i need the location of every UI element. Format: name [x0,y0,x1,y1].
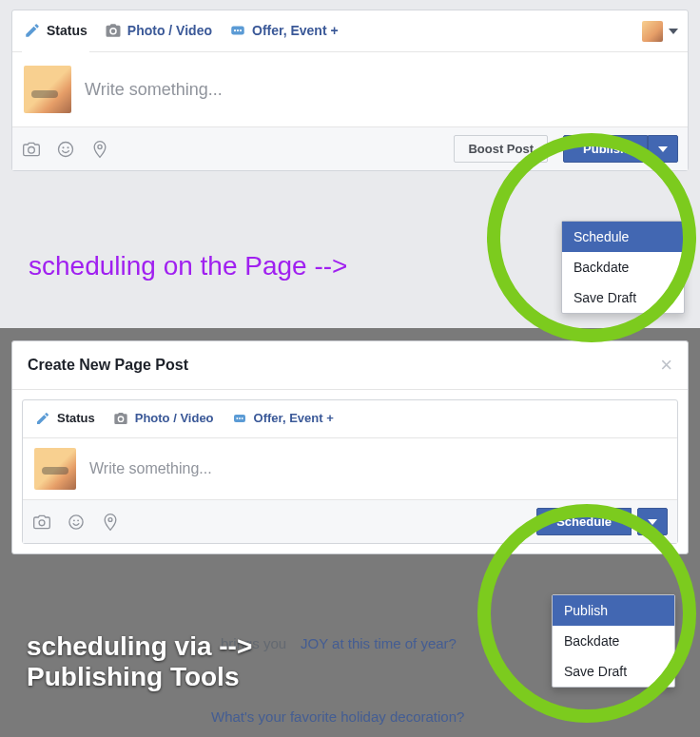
create-post-modal: Create New Page Post × Status Photo / Vi… [11,340,689,554]
annotation-scheduling-via-tools: scheduling via --> Publishing Tools [27,631,252,692]
camera-icon [112,410,129,427]
location-icon[interactable] [101,513,120,532]
tab-offer-label: Offer, Event + [252,23,339,38]
dropdown-item-save-draft[interactable]: Save Draft [562,282,684,313]
svg-point-3 [240,29,242,30]
modal-compose-placeholder: Write something... [89,460,212,477]
schedule-dropdown: Publish Backdate Save Draft [552,594,675,688]
chevron-down-icon [648,519,657,525]
modal-title: Create New Page Post [28,357,188,374]
dropdown-item-save-draft[interactable]: Save Draft [553,656,674,687]
tab-status[interactable]: Status [22,10,89,52]
more-icon [229,22,246,39]
background-text: What's your favorite holiday decoration? [211,708,464,725]
annotation-scheduling-on-page: scheduling on the Page --> [29,251,347,281]
modal-tab-offer-label: Offer, Event + [254,411,334,425]
publish-split-button: Publish [563,135,678,163]
chevron-down-icon [669,29,678,34]
modal-header: Create New Page Post × [12,341,688,390]
svg-point-11 [239,417,241,419]
feeling-icon[interactable] [56,140,75,159]
svg-point-1 [234,29,236,30]
composer-footer: Boost Post Publish [12,126,688,170]
modal-tab-offer[interactable]: Offer, Event + [229,398,336,440]
annotation-line1: scheduling via --> [27,631,252,661]
modal-tab-status-label: Status [57,411,95,425]
create-post-modal-wrap: Create New Page Post × Status Photo / Vi… [11,340,689,554]
publish-dropdown: Schedule Backdate Save Draft [561,221,685,314]
svg-point-10 [236,417,238,419]
photo-icon[interactable] [22,140,41,159]
dropdown-item-schedule[interactable]: Schedule [562,222,684,252]
boost-post-button[interactable]: Boost Post [454,135,548,163]
compose-placeholder: Write something... [85,80,223,100]
camera-icon [105,22,122,39]
svg-point-5 [59,142,73,156]
tab-status-label: Status [47,23,88,38]
tab-photo-label: Photo / Video [127,23,212,38]
dropdown-item-publish[interactable]: Publish [553,595,674,626]
more-icon [231,410,248,427]
modal-composer-tabs: Status Photo / Video Offer, Event + [23,400,677,438]
modal-tab-photo-label: Photo / Video [135,411,214,425]
tab-offer[interactable]: Offer, Event + [227,10,340,52]
feeling-icon[interactable] [67,513,86,532]
modal-composer-panel: Status Photo / Video Offer, Event + [22,399,678,544]
svg-point-13 [39,519,45,525]
svg-point-14 [69,514,83,528]
composer-tabs: Status Photo / Video Offer, Event + [12,10,688,52]
avatar-icon [642,21,663,42]
svg-point-7 [68,146,69,148]
schedule-caret-button[interactable] [637,508,668,535]
close-icon[interactable]: × [660,355,672,376]
publish-caret-button[interactable] [648,135,678,163]
tab-photo[interactable]: Photo / Video [103,10,214,52]
location-icon[interactable] [90,140,109,159]
user-avatar [34,448,76,490]
posting-as-avatar[interactable] [642,21,678,42]
page-composer-panel: Status Photo / Video Offer, Event + Writ… [11,10,689,171]
schedule-button[interactable]: Schedule [536,508,632,535]
svg-point-12 [241,417,243,419]
modal-tab-status[interactable]: Status [32,398,97,440]
modal-compose-area[interactable]: Write something... [23,438,677,499]
svg-point-6 [63,146,65,148]
schedule-split-button: Schedule [536,508,668,535]
modal-footer: Schedule [23,499,677,543]
dropdown-item-backdate[interactable]: Backdate [553,626,674,656]
svg-point-8 [98,145,102,148]
dropdown-item-backdate[interactable]: Backdate [562,252,684,282]
svg-point-2 [237,29,239,30]
publish-button[interactable]: Publish [563,135,648,163]
annotation-line2: Publishing Tools [27,662,239,691]
svg-point-4 [29,146,35,153]
svg-point-17 [108,517,112,521]
user-avatar [24,66,71,113]
background-text: JOY at this time of year? [301,635,457,651]
modal-tab-photo[interactable]: Photo / Video [110,398,216,440]
pencil-icon [24,22,41,39]
pencil-icon [34,410,51,427]
svg-point-16 [77,519,79,521]
photo-icon[interactable] [32,513,51,532]
chevron-down-icon [658,146,668,152]
compose-area[interactable]: Write something... [12,52,688,126]
svg-point-15 [73,519,75,521]
